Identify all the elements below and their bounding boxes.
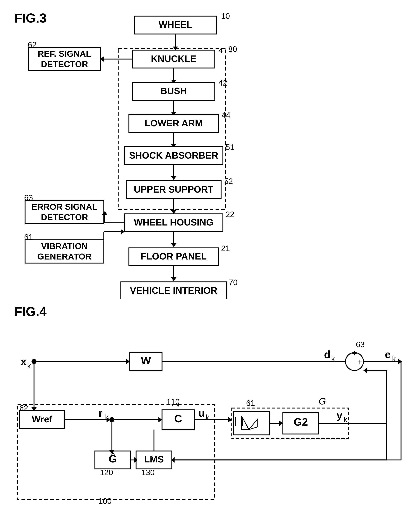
svg-text:SHOCK ABSORBER: SHOCK ABSORBER [129,150,218,161]
svg-text:WHEEL: WHEEL [159,19,192,30]
svg-marker-64 [121,229,124,235]
svg-text:u: u [198,407,205,419]
svg-marker-94 [158,417,162,422]
svg-text:+: + [352,348,357,358]
svg-text:G2: G2 [294,416,308,428]
svg-marker-36 [171,243,176,247]
svg-text:k: k [27,362,31,370]
svg-text:Wref: Wref [32,414,52,424]
svg-marker-120 [363,368,367,373]
svg-text:W: W [141,354,151,367]
svg-text:52: 52 [224,177,233,186]
svg-text:61: 61 [24,233,33,241]
svg-text:130: 130 [141,468,154,477]
svg-text:22: 22 [225,210,234,219]
svg-text:VIBRATION: VIBRATION [41,241,88,251]
svg-text:61: 61 [246,399,255,408]
svg-text:VEHICLE INTERIOR: VEHICLE INTERIOR [130,285,217,296]
svg-text:63: 63 [24,193,33,202]
svg-text:DETECTOR: DETECTOR [41,59,88,69]
svg-text:100: 100 [98,497,112,505]
svg-text:ERROR SIGNAL: ERROR SIGNAL [31,202,97,212]
svg-text:10: 10 [221,12,230,20]
fig3-diagram: WHEEL 10 80 KNUCKLE 41 BUSH 42 LOWER ARM… [11,9,412,299]
svg-text:UPPER SUPPORT: UPPER SUPPORT [134,184,214,194]
svg-text:d: d [324,348,330,360]
svg-text:k: k [344,415,347,423]
svg-text:k: k [392,355,396,363]
svg-text:62: 62 [28,40,37,49]
svg-text:120: 120 [100,468,113,477]
svg-text:51: 51 [225,143,234,152]
svg-text:LMS: LMS [144,454,164,464]
svg-text:k: k [105,413,109,421]
svg-marker-104 [228,417,232,422]
svg-text:y: y [337,409,342,421]
svg-text:REF. SIGNAL: REF. SIGNAL [38,49,91,59]
svg-text:x: x [21,356,26,367]
svg-text:42: 42 [218,78,227,87]
svg-marker-31 [171,210,176,214]
svg-text:44: 44 [222,111,230,119]
svg-text:63: 63 [356,340,365,349]
svg-text:DETECTOR: DETECTOR [41,212,88,222]
svg-text:C: C [174,413,182,425]
svg-text:LOWER ARM: LOWER ARM [145,118,203,128]
svg-marker-50 [100,56,104,62]
svg-text:k: k [331,355,335,363]
fig4-diagram: x k W d k + + 63 e k Wref 62 [11,304,412,523]
svg-marker-112 [279,421,283,426]
svg-text:Ĝ: Ĝ [109,453,117,465]
svg-marker-84 [31,407,37,411]
svg-text:BUSH: BUSH [160,86,187,96]
svg-text:+: + [357,357,362,367]
svg-marker-69 [126,359,130,364]
svg-rect-108 [234,412,270,435]
svg-text:e: e [385,348,391,360]
svg-text:GENERATOR: GENERATOR [37,252,91,261]
svg-text:WHEEL HOUSING: WHEEL HOUSING [134,217,213,227]
svg-text:r: r [98,407,103,419]
svg-text:41: 41 [218,46,227,55]
svg-text:80: 80 [228,45,237,54]
svg-text:G: G [319,396,326,406]
svg-text:70: 70 [229,278,238,287]
svg-text:21: 21 [221,244,230,253]
svg-marker-26 [171,176,176,180]
svg-text:FLOOR PANEL: FLOOR PANEL [141,251,207,262]
svg-marker-41 [171,277,176,281]
svg-text:KNUCKLE: KNUCKLE [151,54,196,64]
